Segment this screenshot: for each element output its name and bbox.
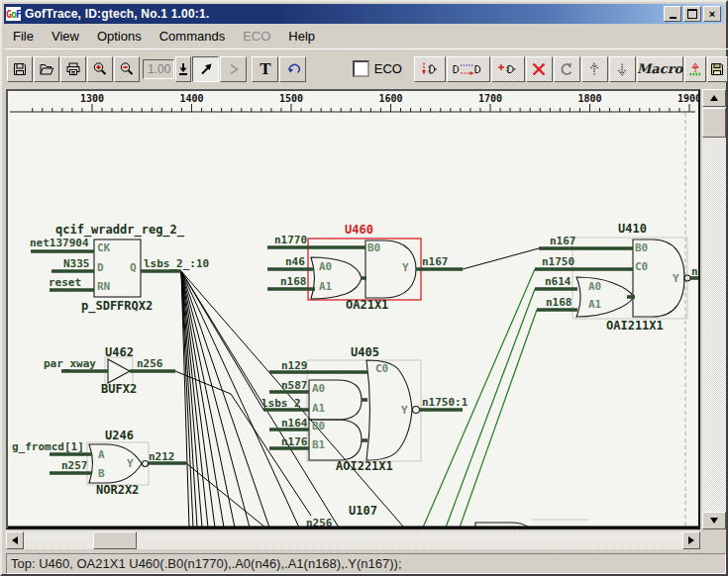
net-label-n168[interactable]: n168 xyxy=(546,296,572,309)
menu-commands[interactable]: Commands xyxy=(151,26,234,47)
menu-options[interactable]: Options xyxy=(88,26,151,47)
instance-u460[interactable]: U460 B0 A0 A1 Y n1770 n46 n168 n167 OA21… xyxy=(267,223,463,312)
scrollbar-corner xyxy=(702,531,726,549)
pin-label-y: Y xyxy=(402,261,409,274)
pointer-mode-button[interactable] xyxy=(192,56,219,82)
net-label-n587[interactable]: n587 xyxy=(281,379,308,392)
open-button[interactable] xyxy=(34,56,59,82)
svg-text:1300: 1300 xyxy=(80,93,104,104)
cell-label-oa21x1: OA21X1 xyxy=(346,298,388,312)
eco-checkbox[interactable] xyxy=(353,60,368,77)
menu-view[interactable]: View xyxy=(43,26,88,47)
instance-u246[interactable]: U246 A B Y g_fromcd[1] n257 n212 NOR2X2 xyxy=(12,429,186,497)
red-x-icon xyxy=(531,61,547,77)
net-label-g-fromcd-1[interactable]: g_fromcd[1] xyxy=(12,440,84,453)
instance-u410[interactable]: U410 B0 C0 A0 A1 Y n167 n1750 n614 n16 xyxy=(535,222,698,333)
menu-file[interactable]: File xyxy=(4,26,43,47)
schematic-canvas[interactable]: 1300140015001600170018001900 xyxy=(6,89,700,529)
pin-label-c0: C0 xyxy=(635,260,648,273)
text-tool-button[interactable]: T xyxy=(252,56,278,82)
zoom-out-button[interactable] xyxy=(114,56,140,82)
pin-label-d: D xyxy=(97,261,104,274)
zoom-apply-button[interactable] xyxy=(175,56,191,82)
eco-commit-button[interactable] xyxy=(684,56,706,82)
vertical-scroll-thumb[interactable] xyxy=(702,108,726,138)
net-label-n1750[interactable]: n1750 xyxy=(542,255,574,268)
net-label-n1750-1[interactable]: n1750:1 xyxy=(422,396,468,409)
logo-letter-f: F xyxy=(16,9,21,20)
scroll-left-button[interactable] xyxy=(6,531,24,549)
net-label-n46[interactable]: n46 xyxy=(285,255,305,268)
horizontal-scrollbar[interactable] xyxy=(6,531,700,549)
zoom-level-field[interactable]: 1.00 xyxy=(143,59,174,79)
net-label-n129[interactable]: n129 xyxy=(281,359,308,372)
eco-save-button[interactable] xyxy=(707,56,728,82)
net-label-n1770[interactable]: n1770 xyxy=(274,234,307,246)
zoom-level-value: 1.00 xyxy=(148,62,170,76)
horizontal-scroll-thumb[interactable] xyxy=(93,531,137,549)
net-label-n256-u107[interactable]: n256 xyxy=(306,517,333,528)
net-label-lsbs-2-10[interactable]: lsbs_2_:10 xyxy=(144,257,209,270)
scroll-right-button[interactable] xyxy=(682,531,700,549)
pin-label-ck: CK xyxy=(97,241,111,254)
net-label-lsbs-2[interactable]: lsbs_2 xyxy=(261,397,301,410)
eco-insert-between-button[interactable] xyxy=(447,56,490,82)
cell-label-aoi221x1: AOI221X1 xyxy=(336,459,393,473)
macro-button[interactable]: Macro xyxy=(637,56,683,82)
net-label-n176[interactable]: n176 xyxy=(281,435,308,448)
save-button[interactable] xyxy=(7,56,33,82)
window-title: GofTrace, ID:gtech, No.1 1.00:1. xyxy=(25,7,209,21)
net-label-clipped[interactable]: n xyxy=(691,265,698,278)
macro-label: Macro xyxy=(637,61,682,76)
svg-text:1700: 1700 xyxy=(478,93,502,104)
net-label-net137904[interactable]: net137904 xyxy=(30,237,89,249)
net-label-n335[interactable]: N335 xyxy=(63,257,90,270)
net-label-n167[interactable]: n167 xyxy=(422,255,449,268)
printer-icon xyxy=(65,61,81,77)
pin-label-y: Y xyxy=(127,457,134,470)
eco-add-gate-button[interactable] xyxy=(491,56,525,82)
net-label-n168[interactable]: n168 xyxy=(280,275,307,288)
title-bar[interactable]: GoF GofTrace, ID:gtech, No.1 1.00:1. × xyxy=(4,4,724,24)
eco-checkbox-label: ECO xyxy=(374,61,402,76)
pin-label-q: Q xyxy=(130,261,137,274)
eco-move-up-button[interactable] xyxy=(581,56,608,82)
net-label-n257[interactable]: n257 xyxy=(61,459,88,472)
net-label-n164[interactable]: n164 xyxy=(281,417,308,430)
pin-label-b0: B0 xyxy=(312,420,325,432)
goftrace-window: GoF GofTrace, ID:gtech, No.1 1.00:1. × F… xyxy=(0,0,728,576)
scroll-down-button[interactable] xyxy=(702,512,726,529)
net-label-n212[interactable]: n212 xyxy=(149,450,175,463)
minimize-button[interactable] xyxy=(664,6,681,22)
net-label-n167[interactable]: n167 xyxy=(550,235,576,247)
instance-u405[interactable]: U405 C0 A0 A1 B0 B1 Y n129 xyxy=(261,345,468,473)
instance-u462[interactable]: U462 par_xway n256 BUFX2 xyxy=(44,345,175,396)
close-button[interactable]: × xyxy=(703,6,721,22)
text-tool-label: T xyxy=(260,59,270,79)
eco-move-down-button[interactable] xyxy=(609,56,636,82)
pin-label-a0: A0 xyxy=(312,382,325,395)
scroll-up-button[interactable] xyxy=(702,89,726,107)
net-n212-line[interactable] xyxy=(186,463,265,528)
pin-label-b0: B0 xyxy=(635,241,648,254)
zoom-in-button[interactable] xyxy=(87,56,113,82)
schematic[interactable]: qcif_wraddr_reg_2_ CK D RN Q net137904 N… xyxy=(8,113,698,528)
print-button[interactable] xyxy=(60,56,86,82)
eco-insert-gate-button[interactable] xyxy=(414,56,446,82)
undo-button[interactable] xyxy=(279,56,306,82)
eco-rotate-button[interactable] xyxy=(554,56,580,82)
maximize-button[interactable] xyxy=(683,6,701,22)
eco-delete-button[interactable] xyxy=(526,56,553,82)
net-n167-line[interactable] xyxy=(463,248,539,269)
plus-gate-icon xyxy=(497,61,519,77)
net-label-reset[interactable]: reset xyxy=(49,276,81,289)
forward-arrow-button[interactable] xyxy=(220,56,247,82)
svg-text:1400: 1400 xyxy=(179,93,203,104)
pin-label-b0: B0 xyxy=(367,241,380,254)
net-label-par-xway[interactable]: par_xway xyxy=(44,357,96,370)
net-label-n256[interactable]: n256 xyxy=(137,357,163,370)
net-label-n614[interactable]: n614 xyxy=(545,275,572,288)
instance-label-u107: U107 xyxy=(349,504,377,518)
vertical-scrollbar[interactable] xyxy=(702,89,726,529)
menu-help[interactable]: Help xyxy=(279,26,324,47)
